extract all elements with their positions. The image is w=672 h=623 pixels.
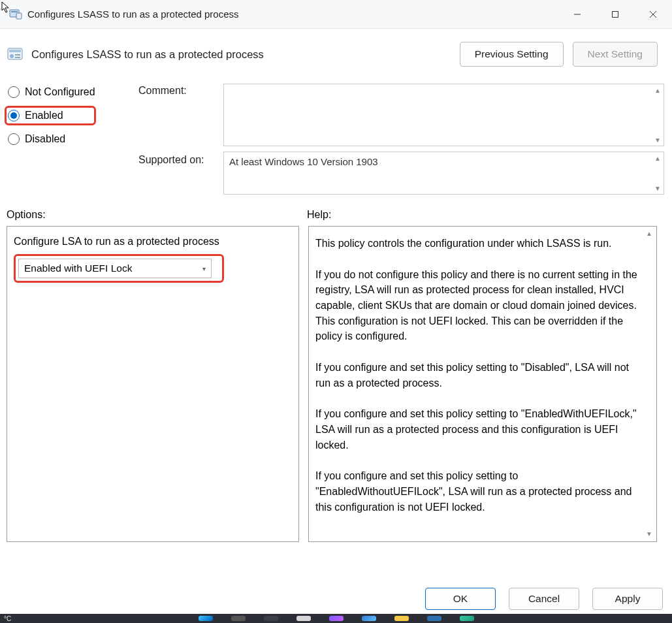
supported-on-box: At least Windows 10 Version 1903 ▲ ▼ bbox=[223, 152, 664, 195]
window-titlebar: Configures LSASS to run as a protected p… bbox=[0, 0, 672, 29]
next-setting-button: Next Setting bbox=[573, 42, 658, 67]
dialog-footer: OK Cancel Apply bbox=[425, 588, 663, 610]
svg-rect-11 bbox=[15, 57, 20, 58]
search-icon[interactable] bbox=[231, 616, 246, 621]
radio-icon bbox=[8, 110, 20, 121]
comment-textarea[interactable]: ▲ ▼ bbox=[223, 84, 664, 146]
policy-title: Configures LSASS to run as a protected p… bbox=[31, 48, 264, 61]
window-title: Configures LSASS to run as a protected p… bbox=[27, 8, 239, 20]
taskbar-app-icon[interactable] bbox=[362, 616, 376, 621]
scroll-down-icon[interactable]: ▼ bbox=[645, 530, 654, 539]
options-panel: Configure LSA to run as a protected proc… bbox=[7, 226, 299, 542]
highlight-box: Enabled with UEFI Lock ▾ bbox=[14, 254, 224, 283]
minimize-button[interactable] bbox=[558, 0, 596, 28]
taskbar-app-icon[interactable] bbox=[329, 616, 344, 621]
close-button[interactable] bbox=[634, 0, 672, 28]
previous-setting-button[interactable]: Previous Setting bbox=[460, 42, 564, 67]
supported-on-label: Supported on: bbox=[138, 146, 223, 195]
radio-icon bbox=[8, 86, 20, 98]
help-paragraph: If you configure and set this policy set… bbox=[315, 406, 642, 453]
ok-button[interactable]: OK bbox=[425, 588, 496, 610]
svg-rect-4 bbox=[613, 11, 618, 17]
svg-rect-2 bbox=[11, 11, 18, 12]
start-icon[interactable] bbox=[199, 616, 213, 621]
combo-value: Enabled with UEFI Lock bbox=[24, 263, 132, 274]
radio-label: Disabled bbox=[25, 133, 65, 145]
options-label: Options: bbox=[7, 209, 307, 221]
help-paragraph: This policy controls the configuration u… bbox=[315, 236, 642, 251]
help-label: Help: bbox=[307, 209, 331, 221]
svg-point-9 bbox=[10, 54, 14, 58]
taskbar: °C bbox=[0, 614, 672, 623]
help-panel: This policy controls the configuration u… bbox=[308, 226, 657, 542]
supported-on-value: At least Windows 10 Version 1903 bbox=[229, 156, 378, 167]
explorer-icon[interactable] bbox=[394, 616, 409, 621]
scroll-up-icon[interactable]: ▲ bbox=[645, 229, 654, 238]
state-radio-group: Not Configured Enabled Disabled bbox=[8, 84, 138, 146]
scroll-down-icon[interactable]: ▼ bbox=[653, 184, 662, 193]
help-paragraph: If you do not configure this policy and … bbox=[315, 267, 642, 344]
taskbar-app-icon[interactable] bbox=[427, 616, 441, 621]
apply-button[interactable]: Apply bbox=[592, 588, 663, 610]
policy-header: Configures LSASS to run as a protected p… bbox=[0, 29, 672, 72]
radio-label: Not Configured bbox=[25, 86, 95, 98]
option-combo-label: Configure LSA to run as a protected proc… bbox=[14, 236, 292, 248]
taskbar-app-icon[interactable] bbox=[460, 616, 474, 621]
help-paragraph: If you configure and set this policy set… bbox=[315, 360, 642, 391]
scroll-down-icon[interactable]: ▼ bbox=[653, 135, 662, 144]
weather-widget[interactable]: °C bbox=[4, 615, 11, 622]
maximize-button[interactable] bbox=[596, 0, 634, 28]
svg-rect-10 bbox=[15, 54, 20, 56]
lsa-mode-combobox[interactable]: Enabled with UEFI Lock ▾ bbox=[18, 259, 212, 278]
help-paragraph: If you configure and set this policy set… bbox=[315, 468, 642, 515]
radio-enabled[interactable]: Enabled bbox=[5, 106, 96, 125]
taskbar-app-icon[interactable] bbox=[296, 616, 311, 621]
policy-icon bbox=[7, 46, 25, 62]
comment-label: Comment: bbox=[138, 84, 223, 146]
svg-rect-8 bbox=[9, 50, 21, 52]
mouse-cursor-icon bbox=[1, 1, 10, 13]
radio-icon bbox=[8, 133, 20, 145]
radio-not-configured[interactable]: Not Configured bbox=[8, 86, 138, 98]
scroll-up-icon[interactable]: ▲ bbox=[653, 86, 662, 95]
radio-disabled[interactable]: Disabled bbox=[8, 133, 138, 145]
radio-label: Enabled bbox=[25, 110, 63, 121]
taskview-icon[interactable] bbox=[264, 616, 278, 621]
cancel-button[interactable]: Cancel bbox=[509, 588, 579, 610]
svg-rect-1 bbox=[16, 13, 22, 19]
chevron-down-icon: ▾ bbox=[202, 265, 206, 272]
app-icon bbox=[9, 8, 22, 21]
scroll-up-icon[interactable]: ▲ bbox=[653, 153, 662, 163]
